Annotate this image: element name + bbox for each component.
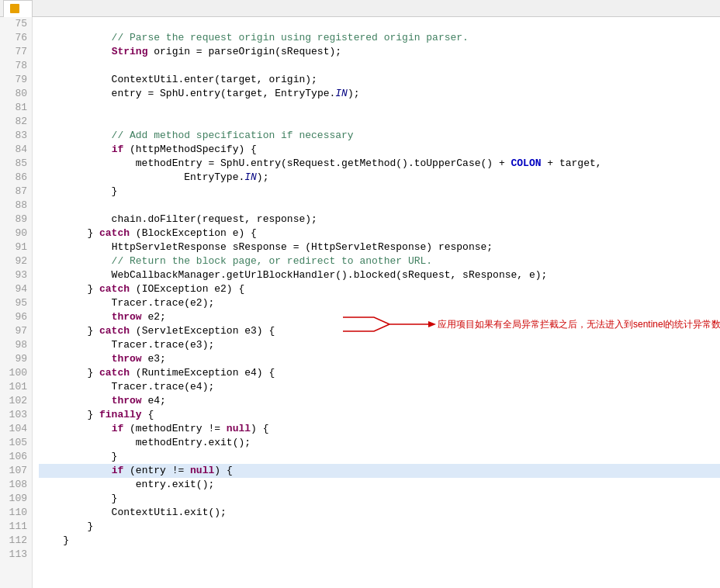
line-numbers: 7576777879808182838485868788899091929394…: [0, 17, 33, 588]
line-number: 111: [5, 520, 27, 534]
code-line: [39, 115, 720, 129]
code-line: entry.exit();: [39, 478, 720, 492]
code-line: Tracer.trace(e2);: [39, 296, 720, 310]
line-number: 97: [5, 324, 27, 338]
code-line: [39, 199, 720, 213]
line-number: 108: [5, 478, 27, 492]
line-number: 104: [5, 422, 27, 436]
line-number: 110: [5, 506, 27, 520]
line-number: 88: [5, 199, 27, 213]
code-line: EntryType.IN);: [39, 171, 720, 185]
line-number: 81: [5, 101, 27, 115]
code-line: }: [39, 450, 720, 464]
editor-container: 7576777879808182838485868788899091929394…: [0, 17, 720, 588]
code-line: // Return the block page, or redirect to…: [39, 254, 720, 268]
code-line: }: [39, 492, 720, 506]
code-line: WebCallbackManager.getUrlBlockHandler().…: [39, 268, 720, 282]
line-number: 78: [5, 59, 27, 73]
code-line: [39, 548, 720, 562]
code-line: Tracer.trace(e4);: [39, 380, 720, 394]
line-number: 76: [5, 31, 27, 45]
code-line: throw e2;: [39, 310, 720, 324]
line-number: 87: [5, 185, 27, 199]
line-number: 85: [5, 157, 27, 171]
code-line: [39, 59, 720, 73]
code-line: ContextUtil.exit();: [39, 506, 720, 520]
line-number: 103: [5, 408, 27, 422]
line-number: 99: [5, 352, 27, 366]
tab-bar: [0, 0, 720, 17]
line-number: 86: [5, 171, 27, 185]
code-line: throw e3;: [39, 352, 720, 366]
code-line: [39, 17, 720, 31]
editor-tab[interactable]: [3, 0, 33, 17]
code-line: HttpServletResponse sResponse = (HttpSer…: [39, 240, 720, 254]
code-line: } catch (ServletException e3) {: [39, 324, 720, 338]
code-line: if (methodEntry != null) {: [39, 422, 720, 436]
line-number: 95: [5, 296, 27, 310]
line-number: 75: [5, 17, 27, 31]
line-number: 90: [5, 227, 27, 240]
code-line: } finally {: [39, 408, 720, 422]
line-number: 91: [5, 240, 27, 254]
line-number: 105: [5, 436, 27, 450]
line-number: 96: [5, 310, 27, 324]
line-number: 77: [5, 45, 27, 59]
code-line: }: [39, 185, 720, 199]
code-line: throw e4;: [39, 394, 720, 408]
java-class-icon: [10, 4, 19, 13]
code-line: if (httpMethodSpecify) {: [39, 143, 720, 157]
code-line: [39, 101, 720, 115]
line-number: 83: [5, 129, 27, 143]
line-number: 94: [5, 282, 27, 296]
code-area[interactable]: // Parse the request origin using regist…: [33, 17, 720, 588]
line-number: 98: [5, 338, 27, 352]
code-line: } catch (BlockException e) {: [39, 227, 720, 240]
code-line: methodEntry = SphU.entry(sRequest.getMet…: [39, 157, 720, 171]
code-line: } catch (RuntimeException e4) {: [39, 366, 720, 380]
line-number: 109: [5, 492, 27, 506]
code-line: } catch (IOException e2) {: [39, 282, 720, 296]
line-number: 102: [5, 394, 27, 408]
code-line: String origin = parseOrigin(sRequest);: [39, 45, 720, 59]
code-line: if (entry != null) {: [39, 464, 720, 478]
line-number: 112: [5, 534, 27, 548]
line-number: 113: [5, 548, 27, 562]
line-number: 84: [5, 143, 27, 157]
code-line: // Parse the request origin using regist…: [39, 31, 720, 45]
code-line: methodEntry.exit();: [39, 436, 720, 450]
line-number: 100: [5, 366, 27, 380]
code-line: ContextUtil.enter(target, origin);: [39, 73, 720, 87]
code-line: }: [39, 534, 720, 548]
line-number: 92: [5, 254, 27, 268]
line-number: 107: [5, 464, 27, 478]
code-line: Tracer.trace(e3);: [39, 338, 720, 352]
line-number: 82: [5, 115, 27, 129]
code-line: // Add method specification if necessary: [39, 129, 720, 143]
line-number: 89: [5, 213, 27, 227]
code-line: }: [39, 520, 720, 534]
line-number: 101: [5, 380, 27, 394]
line-number: 93: [5, 268, 27, 282]
line-number: 79: [5, 73, 27, 87]
line-number: 80: [5, 87, 27, 101]
code-line: chain.doFilter(request, response);: [39, 213, 720, 227]
line-number: 106: [5, 450, 27, 464]
code-line: entry = SphU.entry(target, EntryType.IN)…: [39, 87, 720, 101]
